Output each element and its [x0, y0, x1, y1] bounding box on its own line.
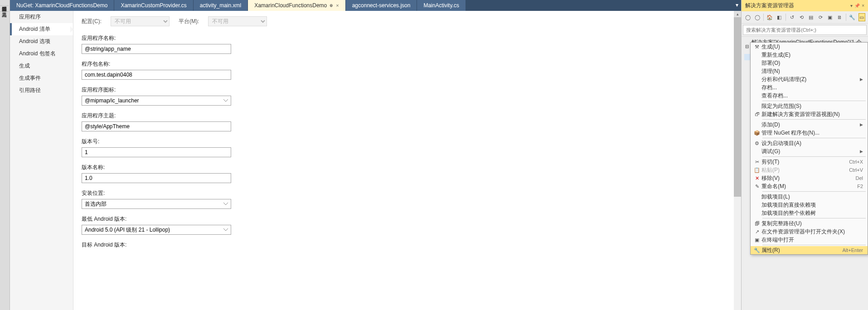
server-explorer-tab[interactable]: 服务器资源管理器 [0, 0, 9, 6]
install-loc-label: 安装位置: [82, 189, 733, 197]
menu-scope[interactable]: 限定为此范围(S) [751, 102, 868, 110]
sidebar-item-signing[interactable]: Android 包签名 [10, 48, 73, 60]
version-name-input[interactable] [82, 173, 231, 183]
min-android-select[interactable]: Android 5.0 (API 级别 21 - Lollipop) [82, 225, 231, 235]
tab-label: MainActivity.cs [423, 2, 459, 9]
config-select: 不可用 [111, 16, 170, 26]
switch-view-icon[interactable]: ◧ [776, 13, 783, 21]
theme-label: 应用程序主题: [82, 112, 733, 120]
preview-icon[interactable]: ▭ [858, 13, 865, 21]
app-name-input[interactable] [82, 44, 231, 54]
menu-archive[interactable]: 存档... [751, 83, 868, 92]
app-name-label: 应用程序名称: [82, 34, 733, 42]
tab-overflow-dropdown[interactable]: ▾ [733, 0, 741, 11]
pin-icon[interactable]: 📌 [854, 3, 860, 8]
package-input[interactable] [82, 70, 231, 80]
tab-activity-main[interactable]: activity_main.xml [194, 0, 248, 11]
refresh-icon[interactable]: ⟳ [817, 13, 824, 21]
pin-icon[interactable]: ⊕ [330, 3, 333, 8]
startup-icon: ⚙ [752, 140, 761, 146]
icon-label: 应用程序图标: [82, 86, 733, 94]
toolbox-tab[interactable]: 工具箱 [0, 6, 9, 12]
scroll-up-icon[interactable]: ▴ [734, 11, 741, 17]
project-context-menu: ⚒生成(U) 重新生成(E) 部署(O) 清理(N) 分析和代码清理(Z)▶ 存… [750, 42, 868, 255]
tab-label: agconnect-services.json [352, 2, 411, 9]
manifest-form: 配置(C): 不可用 平台(M): 不可用 应用程序名称: 程序包名称: 应用程… [73, 11, 741, 310]
new-view-icon: 🗗 [752, 111, 761, 117]
folder-icon: ↗ [752, 229, 761, 235]
close-icon[interactable]: × [862, 3, 864, 8]
icon-select[interactable]: @mipmap/ic_launcher [82, 96, 231, 106]
panel-toolbar: ◯ ◯ 🏠 ◧ ↺ ⟲ ▤ ⟳ ▣ 🗎 🔧 ▭ [742, 11, 868, 24]
panel-title: 解决方案资源管理器 [745, 2, 794, 10]
left-vertical-toolbar: 服务器资源管理器 工具箱 [0, 0, 10, 310]
form-scrollbar[interactable]: ▴ [734, 11, 741, 310]
forward-icon[interactable]: ◯ [754, 13, 761, 21]
close-icon[interactable]: × [336, 3, 339, 8]
tab-label: NuGet: XamarinCloudFunctionsDemo [16, 2, 107, 9]
menu-copy-path[interactable]: 🗐复制完整路径(U) [751, 219, 868, 228]
search-input[interactable] [743, 25, 867, 35]
theme-input[interactable] [82, 121, 231, 131]
menu-deploy[interactable]: 部署(O) [751, 59, 868, 67]
tab-agconnect[interactable]: agconnect-services.json [346, 0, 417, 11]
menu-add[interactable]: 添加(D)▶ [751, 121, 868, 129]
sidebar-item-refs[interactable]: 引用路径 [10, 84, 73, 97]
home-icon[interactable]: 🏠 [766, 13, 773, 21]
version-code-input[interactable] [82, 147, 231, 157]
menu-analyze[interactable]: 分析和代码清理(Z)▶ [751, 75, 868, 83]
tab-label: XamarinCloudFunctionsDemo [254, 2, 327, 9]
tab-custom-provider[interactable]: XamarinCustomProvider.cs [114, 0, 193, 11]
menu-open-terminal[interactable]: ▣在终端中打开 [751, 236, 868, 244]
menu-rename[interactable]: ✎重命名(M)F2 [751, 182, 868, 190]
install-loc-select[interactable]: 首选内部 [82, 199, 231, 209]
tab-label: activity_main.xml [200, 2, 241, 9]
properties-icon[interactable]: 🗎 [836, 13, 843, 21]
menu-build[interactable]: ⚒生成(U) [751, 43, 868, 51]
back-icon[interactable]: ◯ [744, 13, 751, 21]
cut-icon: ✂ [752, 159, 761, 165]
menu-unload[interactable]: 卸载项目(L) [751, 193, 868, 201]
menu-load-tree[interactable]: 加载项目的整个依赖树 [751, 209, 868, 217]
sidebar-item-build[interactable]: 生成 [10, 60, 73, 72]
collapse-icon[interactable]: ▣ [827, 13, 834, 21]
sidebar-item-app[interactable]: 应用程序 [10, 11, 73, 23]
menu-properties[interactable]: 🔧属性(R)Alt+Enter [751, 246, 868, 254]
menu-remove[interactable]: ✕移除(V)Del [751, 174, 868, 182]
menu-startup[interactable]: ⚙设为启动项目(A) [751, 139, 868, 147]
version-name-label: 版本名称: [82, 164, 733, 171]
config-label: 配置(C): [82, 18, 102, 25]
menu-clean[interactable]: 清理(N) [751, 67, 868, 75]
wrench-icon[interactable]: 🔧 [849, 13, 856, 21]
menu-debug[interactable]: 调试(G)▶ [751, 147, 868, 155]
nuget-icon: 📦 [752, 130, 761, 136]
show-all-icon[interactable]: ▤ [808, 13, 815, 21]
sidebar-item-build-events[interactable]: 生成事件 [10, 72, 73, 84]
config-row: 配置(C): 不可用 平台(M): 不可用 [82, 16, 733, 26]
pending-changes-icon[interactable]: ↺ [789, 13, 795, 21]
rename-icon: ✎ [752, 184, 761, 189]
tab-project[interactable]: XamarinCloudFunctionsDemo⊕× [248, 0, 346, 11]
sidebar-item-manifest[interactable]: Android 清单 [10, 23, 73, 35]
sync-icon[interactable]: ⟲ [798, 13, 805, 21]
tab-main-activity[interactable]: MainActivity.cs [417, 0, 466, 11]
menu-load-deps[interactable]: 加载项目的直接依赖项 [751, 201, 868, 209]
menu-nuget[interactable]: 📦管理 NuGet 程序包(N)... [751, 129, 868, 137]
dropdown-icon[interactable]: ▾ [850, 3, 853, 8]
menu-rebuild[interactable]: 重新生成(E) [751, 51, 868, 59]
main-content: 应用程序 Android 清单 Android 选项 Android 包签名 生… [10, 11, 741, 310]
tab-nuget[interactable]: NuGet: XamarinCloudFunctionsDemo [10, 0, 114, 11]
solution-icon: ⊟ [744, 43, 750, 49]
editor-tab-bar: NuGet: XamarinCloudFunctionsDemo Xamarin… [10, 0, 741, 11]
menu-open-folder[interactable]: ↗在文件资源管理器中打开文件夹(X) [751, 228, 868, 236]
sidebar-item-options[interactable]: Android 选项 [10, 35, 73, 48]
menu-view-archive[interactable]: 查看存档... [751, 92, 868, 100]
tab-label: XamarinCustomProvider.cs [121, 2, 186, 9]
scroll-thumb[interactable] [734, 17, 741, 197]
submenu-arrow-icon: ▶ [860, 77, 863, 82]
menu-cut[interactable]: ✂剪切(T)Ctrl+X [751, 158, 868, 166]
terminal-icon: ▣ [752, 237, 761, 243]
menu-new-view[interactable]: 🗗新建解决方案资源管理器视图(N) [751, 110, 868, 118]
panel-search [742, 24, 868, 37]
platform-label: 平台(M): [179, 18, 199, 25]
